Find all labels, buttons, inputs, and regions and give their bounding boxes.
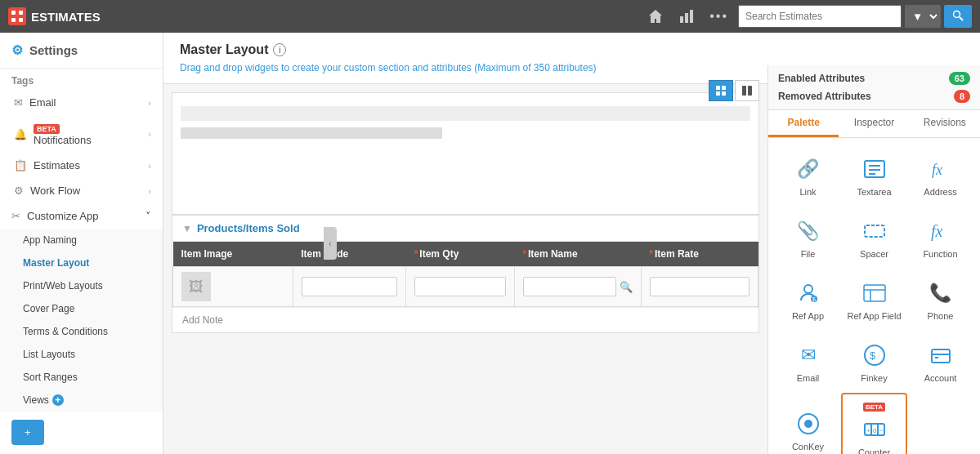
chevron-icon: › — [148, 129, 151, 139]
palette-item-textarea[interactable]: Textarea — [841, 145, 907, 207]
app-icon — [8, 7, 26, 25]
sidebar-item-notifications[interactable]: 🔔 BETA Notifications › — [0, 115, 163, 153]
cell-name: 🔍 — [514, 267, 641, 307]
sub-menu-item-app-naming[interactable]: App Naming — [0, 229, 163, 251]
sub-menu-item-terms[interactable]: Terms & Conditions — [0, 320, 163, 343]
palette-item-address[interactable]: fx Address — [907, 145, 973, 207]
svg-rect-0 — [11, 11, 16, 15]
code-input[interactable] — [302, 277, 397, 296]
svg-point-22 — [804, 285, 812, 293]
palette-item-function[interactable]: fx Function — [907, 207, 973, 269]
palette-item-finkey[interactable]: $ Finkey — [841, 331, 907, 393]
counter-beta-badge: BETA — [863, 403, 885, 412]
palette-item-conkey[interactable]: ConKey — [775, 393, 841, 454]
function-icon: fx — [926, 216, 955, 246]
grid-view-button[interactable] — [709, 80, 733, 101]
views-plus-icon[interactable]: + — [52, 394, 64, 406]
palette-tabs: Palette Inspector Revisions — [768, 110, 980, 138]
rate-input[interactable] — [650, 277, 750, 296]
sub-menu-item-list-layouts[interactable]: List Layouts — [0, 343, 163, 366]
svg-rect-2 — [11, 18, 16, 22]
search-dropdown[interactable]: ▼ — [905, 5, 941, 28]
palette-item-file[interactable]: 📎 File — [775, 207, 841, 269]
search-container: ▼ — [738, 5, 972, 28]
col-item-code: Item Code — [293, 242, 405, 267]
phone-icon: 📞 — [926, 278, 955, 308]
add-note: Add Note — [172, 307, 758, 332]
svg-text:−: − — [879, 427, 884, 434]
attributes-bar: Enabled Attributes 63 Removed Attributes… — [768, 65, 980, 110]
chevron-icon: › — [148, 98, 151, 108]
sub-menu-item-sort-ranges[interactable]: Sort Ranges — [0, 366, 163, 389]
sidebar-header: ⚙ Settings — [0, 33, 163, 69]
sub-menu-item-views[interactable]: Views + — [0, 389, 163, 412]
sidebar-item-customize[interactable]: ✂ Customize App ˅ — [0, 203, 163, 229]
chart-button[interactable] — [675, 5, 698, 28]
workflow-icon: ⚙ — [14, 185, 24, 197]
chevron-down-icon: ˅ — [145, 210, 151, 222]
palette-item-ref-app[interactable]: $ Ref App — [775, 269, 841, 331]
svg-text:+: + — [866, 427, 870, 434]
sub-menu-item-print-web[interactable]: Print/Web Layouts — [0, 274, 163, 297]
enabled-badge: 63 — [949, 72, 970, 85]
app-title: ESTIMATES — [8, 7, 638, 25]
svg-text:$: $ — [812, 296, 816, 303]
sub-menu-item-cover-page[interactable]: Cover Page — [0, 297, 163, 320]
cell-code — [293, 267, 405, 307]
sub-menu-item-master-layout[interactable]: Master Layout — [0, 251, 163, 274]
svg-text:$: $ — [870, 349, 876, 362]
settings-gear-icon: ⚙ — [11, 42, 23, 58]
account-icon — [926, 340, 955, 370]
content-title: Master Layout i — [180, 42, 964, 57]
bottom-area: + — [0, 412, 163, 453]
search-input[interactable] — [738, 5, 902, 28]
palette-item-spacer[interactable]: Spacer — [841, 207, 907, 269]
spacer-icon — [860, 216, 889, 246]
palette-item-phone[interactable]: 📞 Phone — [907, 269, 973, 331]
svg-rect-9 — [716, 86, 720, 90]
name-search-icon[interactable]: 🔍 — [620, 281, 633, 293]
name-input[interactable] — [523, 277, 616, 296]
address-icon: fx — [926, 154, 955, 184]
tab-revisions[interactable]: Revisions — [910, 110, 980, 137]
estimates-icon: 📋 — [14, 159, 27, 171]
tab-palette[interactable]: Palette — [768, 110, 839, 137]
sidebar-collapse-toggle[interactable]: ‹ — [324, 227, 337, 260]
svg-rect-6 — [690, 10, 693, 23]
view-toggle-group — [709, 80, 759, 101]
enabled-attrs-row: Enabled Attributes 63 — [778, 72, 970, 85]
products-collapse-icon[interactable]: ▼ — [182, 223, 192, 234]
chevron-icon: › — [148, 186, 151, 196]
svg-rect-4 — [680, 16, 683, 23]
counter-icon: + 0 − — [860, 415, 889, 444]
sidebar-item-workflow[interactable]: ⚙ Work Flow › — [0, 178, 163, 203]
palette-item-ref-app-field[interactable]: Ref App Field — [841, 269, 907, 331]
svg-rect-13 — [742, 86, 746, 96]
tab-inspector[interactable]: Inspector — [839, 110, 909, 137]
svg-point-34 — [804, 420, 812, 428]
bottom-action-button[interactable]: + — [11, 420, 44, 445]
search-button[interactable] — [944, 5, 972, 28]
sidebar: ⚙ Settings Tags ✉ Email › 🔔 BETA Notific… — [0, 33, 163, 454]
home-button[interactable] — [644, 5, 667, 28]
split-view-button[interactable] — [735, 80, 759, 101]
palette-item-counter[interactable]: BETA + 0 − Counter — [841, 393, 907, 454]
more-button[interactable]: ••• — [706, 6, 732, 27]
sidebar-item-estimates[interactable]: 📋 Estimates › — [0, 153, 163, 178]
email-icon: ✉ — [14, 96, 23, 109]
info-icon[interactable]: i — [273, 43, 286, 56]
link-icon: 🔗 — [794, 154, 823, 184]
removed-attrs-row: Removed Attributes 8 — [778, 90, 970, 103]
finkey-icon: $ — [860, 340, 889, 370]
canvas-grid — [172, 92, 759, 215]
svg-line-8 — [960, 17, 963, 20]
table-row: 🖼 🔍 — [173, 267, 758, 307]
customize-icon: ✂ — [11, 210, 20, 222]
palette-item-link[interactable]: 🔗 Link — [775, 145, 841, 207]
palette-item-account[interactable]: Account — [907, 331, 973, 393]
products-header: ▼ Products/Items Sold — [172, 216, 758, 242]
palette-item-email[interactable]: ✉ Email — [775, 331, 841, 393]
email-palette-icon: ✉ — [794, 340, 823, 370]
sidebar-item-email[interactable]: ✉ Email › — [0, 90, 163, 115]
qty-input[interactable] — [414, 277, 506, 296]
